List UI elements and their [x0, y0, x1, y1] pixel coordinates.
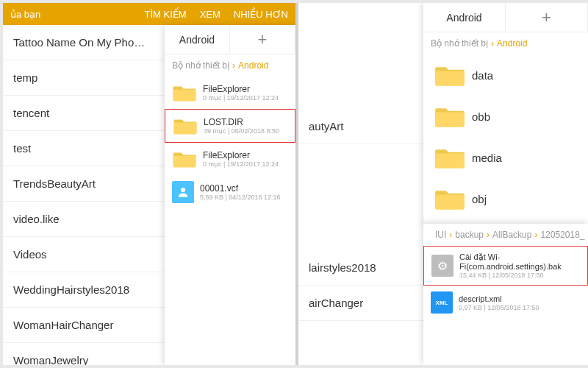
tab-android[interactable]: Android — [423, 3, 506, 32]
breadcrumb-part[interactable]: IUI — [435, 230, 446, 240]
file-name: 00001.vcf — [200, 183, 280, 194]
list-item[interactable]: test — [3, 131, 165, 166]
file-meta: 5,69 KB | 04/12/2018 12:16 — [200, 194, 280, 201]
breadcrumb-current: Android — [497, 38, 527, 49]
folder-name: media — [472, 152, 502, 164]
header-title: ủa bạn — [10, 9, 40, 20]
breadcrumb-part[interactable]: 12052018_ — [540, 230, 584, 240]
tab-add[interactable]: + — [506, 3, 588, 32]
chevron-icon: › — [487, 230, 490, 240]
folder-icon — [172, 149, 197, 169]
folder-item[interactable]: obj — [423, 178, 588, 219]
folder-icon — [434, 185, 466, 212]
list-item[interactable]: airChanger — [298, 286, 423, 321]
svg-point-0 — [181, 188, 185, 192]
list-item[interactable]: WomanHairChanger — [3, 308, 165, 343]
breadcrumb[interactable]: Bộ nhớ thiết bị › Android — [165, 54, 295, 77]
contact-icon — [172, 181, 194, 203]
list-item[interactable]: TrendsBeautyArt — [3, 166, 165, 202]
folder-name: data — [472, 69, 493, 82]
detail-panel: Android + Bộ nhớ thiết bị › Android File… — [165, 25, 295, 365]
list-item[interactable]: autyArt — [298, 109, 423, 144]
file-meta: 39 mục | 06/02/2018 8:50 — [204, 127, 279, 135]
tab-android[interactable]: Android — [165, 25, 230, 54]
right-screenshot: autyArt lairstyles2018 airChanger Androi… — [298, 3, 588, 365]
folder-icon — [434, 62, 466, 88]
file-meta: 15,44 KB | 12/05/2018 17:50 — [459, 272, 580, 279]
tab-add[interactable]: + — [230, 25, 295, 54]
file-item[interactable]: LOST.DIR39 mục | 06/02/2018 8:50 — [165, 109, 295, 143]
chevron-icon: › — [534, 230, 537, 240]
file-name: LOST.DIR — [204, 117, 279, 127]
folder-item[interactable]: data — [423, 54, 588, 96]
folder-list[interactable]: Tattoo Name On My Pho… temp tencent test… — [3, 25, 165, 365]
file-name: FileExplorer — [203, 150, 279, 160]
folder-icon — [434, 103, 466, 130]
list-item[interactable]: WomanJewelry — [3, 343, 165, 365]
list-item[interactable]: video.like — [3, 202, 165, 237]
folder-item[interactable]: obb — [423, 96, 588, 137]
breadcrumb-part[interactable]: backup — [455, 230, 484, 240]
backup-panel: IUI› backup› AllBackup› 12052018_ ⚙Cài đ… — [423, 224, 588, 365]
list-item[interactable]: Tattoo Name On My Pho… — [3, 25, 165, 60]
file-item[interactable]: ⚙Cài đặt Wi-Fi(com.android.settings).bak… — [423, 246, 588, 286]
app-header: ủa bạn TÌM KIẾM XEM NHIỀU HƠN — [3, 3, 295, 25]
folder-icon — [173, 116, 198, 136]
file-name: FileExplorer — [203, 84, 279, 94]
breadcrumb-root[interactable]: Bộ nhớ thiết bị — [172, 60, 229, 71]
file-meta: 0 mục | 19/12/2017 12:24 — [203, 160, 279, 168]
folder-name: obb — [472, 110, 490, 123]
file-name: descript.xml — [459, 294, 539, 304]
chevron-icon: › — [232, 60, 235, 71]
breadcrumb[interactable]: IUI› backup› AllBackup› 12052018_ — [423, 224, 588, 246]
chevron-icon: › — [449, 230, 452, 240]
file-item[interactable]: FileExplorer0 mục | 19/12/2017 12:24 — [165, 143, 295, 175]
folder-icon — [434, 144, 466, 171]
file-item[interactable]: XMLdescript.xml0,97 KB | 12/05/2018 17:5… — [423, 286, 588, 319]
file-item[interactable]: FileExplorer0 mục | 19/12/2017 12:24 — [165, 77, 295, 109]
xml-icon: XML — [431, 291, 453, 314]
gear-icon: ⚙ — [431, 255, 453, 277]
file-meta: 0 mục | 19/12/2017 12:24 — [203, 94, 279, 102]
tab-row: Android + — [165, 25, 295, 54]
tab-row: Android + — [423, 3, 588, 32]
more-action[interactable]: NHIỀU HƠN — [234, 9, 288, 20]
breadcrumb-current: Android — [238, 60, 268, 71]
list-item[interactable]: temp — [3, 60, 165, 96]
breadcrumb-part[interactable]: AllBackup — [492, 230, 531, 240]
search-action[interactable]: TÌM KIẾM — [145, 9, 187, 20]
folder-name: obj — [472, 193, 487, 205]
file-name: Cài đặt Wi-Fi(com.android.settings).bak — [459, 252, 580, 272]
list-item[interactable]: WeddingHairstyles2018 — [3, 272, 165, 308]
view-action[interactable]: XEM — [200, 9, 220, 20]
folder-item[interactable]: media — [423, 137, 588, 178]
left-screenshot: ủa bạn TÌM KIẾM XEM NHIỀU HƠN Tattoo Nam… — [3, 3, 295, 365]
list-item[interactable]: lairstyles2018 — [298, 250, 423, 286]
file-item[interactable]: 00001.vcf5,69 KB | 04/12/2018 12:16 — [165, 175, 295, 209]
android-panel: Android + Bộ nhớ thiết bị › Android data… — [423, 3, 588, 224]
folder-icon — [172, 82, 197, 103]
header-actions: TÌM KIẾM XEM NHIỀU HƠN — [145, 9, 288, 20]
file-meta: 0,97 KB | 12/05/2018 17:50 — [459, 304, 539, 311]
breadcrumb[interactable]: Bộ nhớ thiết bị › Android — [423, 32, 588, 54]
chevron-icon: › — [491, 38, 494, 49]
list-item[interactable]: Videos — [3, 237, 165, 272]
breadcrumb-root[interactable]: Bộ nhớ thiết bị — [431, 38, 488, 49]
background-list: autyArt lairstyles2018 airChanger — [298, 3, 423, 365]
list-item[interactable]: tencent — [3, 96, 165, 131]
